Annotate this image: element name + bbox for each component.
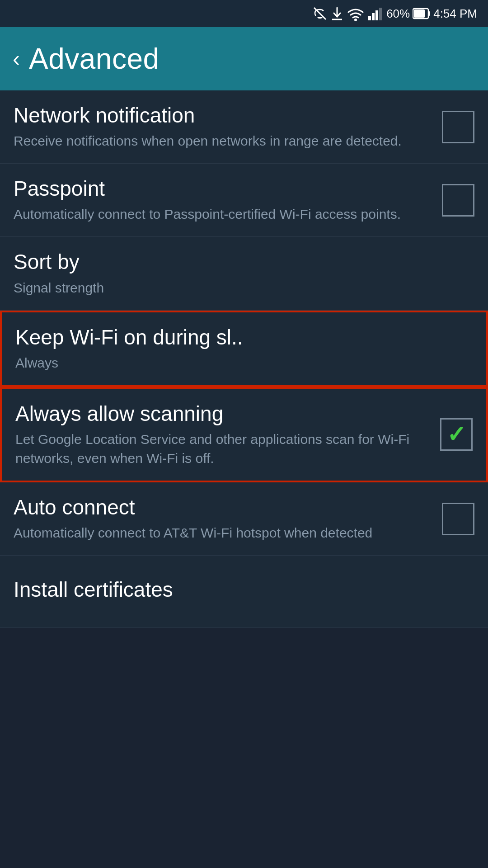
settings-item-title-sort-by: Sort by bbox=[14, 250, 465, 274]
checkbox-network-notification[interactable] bbox=[442, 111, 474, 143]
settings-item-content-sort-by: Sort bySignal strength bbox=[14, 250, 474, 297]
status-bar: 60% 4:54 PM bbox=[0, 0, 488, 27]
battery-icon bbox=[413, 7, 431, 20]
settings-item-content-passpoint: PasspointAutomatically connect to Passpo… bbox=[14, 176, 442, 224]
settings-item-subtitle-always-allow-scanning: Let Google Location Service and other ap… bbox=[15, 430, 431, 468]
settings-item-subtitle-passpoint: Automatically connect to Passpoint-certi… bbox=[14, 205, 433, 224]
svg-rect-5 bbox=[375, 10, 378, 20]
battery-percentage: 60% bbox=[386, 7, 410, 21]
settings-item-title-always-allow-scanning: Always allow scanning bbox=[15, 401, 431, 426]
svg-rect-8 bbox=[428, 11, 430, 16]
settings-item-subtitle-sort-by: Signal strength bbox=[14, 278, 465, 297]
notification-icon bbox=[312, 6, 328, 21]
settings-item-auto-connect[interactable]: Auto connectAutomatically connect to AT&… bbox=[0, 482, 488, 556]
svg-rect-9 bbox=[414, 9, 425, 18]
settings-item-content-always-allow-scanning: Always allow scanningLet Google Location… bbox=[15, 401, 440, 468]
settings-item-content-keep-wifi: Keep Wi-Fi on during sl..Always bbox=[15, 325, 473, 373]
settings-item-title-keep-wifi: Keep Wi-Fi on during sl.. bbox=[15, 325, 464, 350]
settings-item-subtitle-network-notification: Receive notifications when open networks… bbox=[14, 132, 433, 151]
status-icons: 60% 4:54 PM bbox=[312, 6, 477, 21]
settings-item-title-auto-connect: Auto connect bbox=[14, 495, 433, 520]
settings-item-title-network-notification: Network notification bbox=[14, 103, 433, 128]
clock-time: 4:54 PM bbox=[433, 7, 477, 21]
settings-item-content-install-certificates: Install certificates bbox=[14, 577, 474, 606]
back-button[interactable]: ‹ bbox=[13, 48, 20, 70]
settings-item-install-certificates[interactable]: Install certificates bbox=[0, 556, 488, 628]
settings-item-subtitle-keep-wifi: Always bbox=[15, 354, 464, 373]
signal-icon bbox=[367, 6, 384, 21]
checkbox-always-allow-scanning[interactable] bbox=[440, 418, 473, 451]
settings-list: Network notificationReceive notification… bbox=[0, 90, 488, 628]
settings-item-network-notification[interactable]: Network notificationReceive notification… bbox=[0, 90, 488, 164]
settings-item-passpoint[interactable]: PasspointAutomatically connect to Passpo… bbox=[0, 164, 488, 237]
page-title: Advanced bbox=[29, 42, 160, 75]
settings-item-title-install-certificates: Install certificates bbox=[14, 577, 465, 602]
checkbox-auto-connect[interactable] bbox=[442, 503, 474, 535]
svg-rect-6 bbox=[379, 8, 382, 20]
settings-item-content-network-notification: Network notificationReceive notification… bbox=[14, 103, 442, 151]
svg-rect-4 bbox=[372, 13, 375, 20]
checkbox-passpoint[interactable] bbox=[442, 184, 474, 217]
settings-item-sort-by[interactable]: Sort bySignal strength bbox=[0, 237, 488, 310]
download-icon bbox=[330, 6, 344, 21]
svg-rect-3 bbox=[368, 16, 371, 20]
settings-item-subtitle-auto-connect: Automatically connect to AT&T Wi-Fi hots… bbox=[14, 524, 433, 542]
settings-item-title-passpoint: Passpoint bbox=[14, 176, 433, 201]
settings-item-keep-wifi[interactable]: Keep Wi-Fi on during sl..Always bbox=[0, 311, 488, 387]
settings-item-content-auto-connect: Auto connectAutomatically connect to AT&… bbox=[14, 495, 442, 542]
action-bar: ‹ Advanced bbox=[0, 27, 488, 90]
svg-point-2 bbox=[354, 19, 357, 21]
settings-item-always-allow-scanning[interactable]: Always allow scanningLet Google Location… bbox=[0, 387, 488, 482]
wifi-icon bbox=[347, 6, 365, 21]
